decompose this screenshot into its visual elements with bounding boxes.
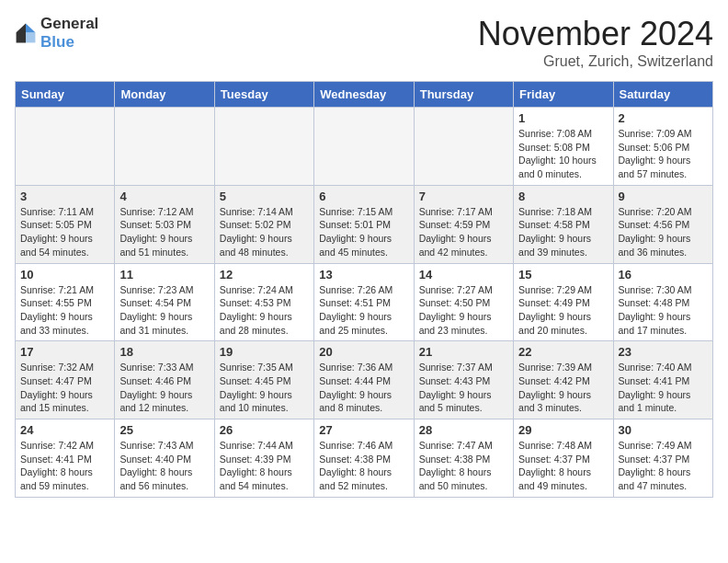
weekday-header-friday: Friday: [514, 82, 613, 108]
calendar-cell: 29Sunrise: 7:48 AM Sunset: 4:37 PM Dayli…: [514, 419, 613, 498]
day-number: 4: [119, 190, 209, 203]
title-area: November 2024 Gruet, Zurich, Switzerland: [478, 15, 713, 70]
svg-marker-1: [26, 32, 35, 42]
calendar-cell: 3Sunrise: 7:11 AM Sunset: 5:05 PM Daylig…: [16, 185, 115, 263]
calendar-cell: 16Sunrise: 7:30 AM Sunset: 4:48 PM Dayli…: [613, 263, 712, 341]
calendar-cell: [16, 108, 115, 186]
logo-general: General: [40, 15, 98, 32]
day-info: Sunrise: 7:08 AM Sunset: 5:08 PM Dayligh…: [518, 127, 608, 181]
day-info: Sunrise: 7:12 AM Sunset: 5:03 PM Dayligh…: [119, 205, 209, 259]
calendar-cell: 15Sunrise: 7:29 AM Sunset: 4:49 PM Dayli…: [514, 263, 613, 341]
day-number: 10: [20, 268, 109, 282]
calendar-cell: 10Sunrise: 7:21 AM Sunset: 4:55 PM Dayli…: [16, 263, 115, 341]
day-info: Sunrise: 7:36 AM Sunset: 4:44 PM Dayligh…: [319, 361, 408, 415]
day-number: 11: [119, 268, 209, 282]
day-info: Sunrise: 7:30 AM Sunset: 4:48 PM Dayligh…: [619, 283, 708, 338]
day-info: Sunrise: 7:20 AM Sunset: 4:56 PM Dayligh…: [619, 205, 708, 259]
calendar-cell: 2Sunrise: 7:09 AM Sunset: 5:06 PM Daylig…: [613, 108, 712, 186]
calendar-cell: 11Sunrise: 7:23 AM Sunset: 4:54 PM Dayli…: [115, 263, 214, 341]
calendar-cell: 12Sunrise: 7:24 AM Sunset: 4:53 PM Dayli…: [214, 263, 313, 341]
day-number: 16: [619, 268, 708, 282]
logo: General Blue: [15, 15, 98, 52]
weekday-header-monday: Monday: [115, 82, 214, 108]
calendar-cell: 25Sunrise: 7:43 AM Sunset: 4:40 PM Dayli…: [115, 419, 214, 498]
day-number: 5: [220, 190, 309, 203]
day-number: 18: [119, 345, 209, 359]
calendar-cell: 9Sunrise: 7:20 AM Sunset: 4:56 PM Daylig…: [613, 185, 712, 263]
calendar-cell: 21Sunrise: 7:37 AM Sunset: 4:43 PM Dayli…: [414, 341, 513, 419]
day-number: 25: [119, 423, 209, 437]
calendar-cell: 30Sunrise: 7:49 AM Sunset: 4:37 PM Dayli…: [613, 419, 712, 498]
day-info: Sunrise: 7:26 AM Sunset: 4:51 PM Dayligh…: [319, 283, 408, 338]
day-number: 8: [518, 190, 608, 203]
weekday-header-sunday: Sunday: [16, 82, 115, 108]
day-info: Sunrise: 7:40 AM Sunset: 4:41 PM Dayligh…: [619, 361, 708, 415]
day-info: Sunrise: 7:35 AM Sunset: 4:45 PM Dayligh…: [220, 361, 309, 415]
day-number: 29: [518, 423, 608, 437]
weekday-header-saturday: Saturday: [613, 82, 712, 108]
day-info: Sunrise: 7:44 AM Sunset: 4:39 PM Dayligh…: [220, 439, 309, 493]
day-info: Sunrise: 7:18 AM Sunset: 4:58 PM Dayligh…: [518, 205, 608, 259]
calendar-cell: 5Sunrise: 7:14 AM Sunset: 5:02 PM Daylig…: [214, 185, 313, 263]
day-info: Sunrise: 7:43 AM Sunset: 4:40 PM Dayligh…: [119, 439, 209, 493]
calendar-cell: 27Sunrise: 7:46 AM Sunset: 4:38 PM Dayli…: [314, 419, 414, 498]
day-number: 30: [619, 423, 708, 437]
day-number: 20: [319, 345, 408, 359]
calendar-cell: 17Sunrise: 7:32 AM Sunset: 4:47 PM Dayli…: [16, 341, 115, 419]
day-info: Sunrise: 7:15 AM Sunset: 5:01 PM Dayligh…: [319, 205, 408, 259]
calendar-week-row-2: 3Sunrise: 7:11 AM Sunset: 5:05 PM Daylig…: [16, 185, 713, 263]
day-number: 17: [20, 345, 109, 359]
logo-icon: [15, 22, 37, 44]
day-number: 21: [419, 345, 508, 359]
day-number: 27: [319, 423, 408, 437]
calendar-cell: 4Sunrise: 7:12 AM Sunset: 5:03 PM Daylig…: [115, 185, 214, 263]
calendar-cell: 14Sunrise: 7:27 AM Sunset: 4:50 PM Dayli…: [414, 263, 513, 341]
calendar-cell: [115, 108, 214, 186]
calendar-cell: 22Sunrise: 7:39 AM Sunset: 4:42 PM Dayli…: [514, 341, 613, 419]
calendar-cell: 18Sunrise: 7:33 AM Sunset: 4:46 PM Dayli…: [115, 341, 214, 419]
page-header: General Blue November 2024 Gruet, Zurich…: [15, 15, 713, 70]
day-number: 26: [220, 423, 309, 437]
weekday-header-thursday: Thursday: [414, 82, 513, 108]
day-info: Sunrise: 7:42 AM Sunset: 4:41 PM Dayligh…: [20, 439, 109, 493]
weekday-header-wednesday: Wednesday: [314, 82, 414, 108]
calendar-cell: 24Sunrise: 7:42 AM Sunset: 4:41 PM Dayli…: [16, 419, 115, 498]
day-number: 9: [619, 190, 708, 203]
svg-marker-2: [17, 24, 26, 43]
day-info: Sunrise: 7:23 AM Sunset: 4:54 PM Dayligh…: [119, 283, 209, 338]
logo-text: General Blue: [40, 15, 98, 52]
day-info: Sunrise: 7:32 AM Sunset: 4:47 PM Dayligh…: [20, 361, 109, 415]
calendar-cell: 13Sunrise: 7:26 AM Sunset: 4:51 PM Dayli…: [314, 263, 414, 341]
day-number: 1: [518, 111, 608, 125]
day-info: Sunrise: 7:37 AM Sunset: 4:43 PM Dayligh…: [419, 361, 508, 415]
weekday-header-row: SundayMondayTuesdayWednesdayThursdayFrid…: [16, 82, 713, 108]
day-info: Sunrise: 7:27 AM Sunset: 4:50 PM Dayligh…: [419, 283, 508, 338]
day-number: 2: [619, 111, 708, 125]
calendar-cell: 8Sunrise: 7:18 AM Sunset: 4:58 PM Daylig…: [514, 185, 613, 263]
day-number: 19: [220, 345, 309, 359]
day-number: 22: [518, 345, 608, 359]
calendar-cell: 28Sunrise: 7:47 AM Sunset: 4:38 PM Dayli…: [414, 419, 513, 498]
svg-marker-0: [26, 24, 35, 33]
month-title: November 2024: [478, 15, 713, 53]
logo-blue: Blue: [40, 33, 74, 51]
day-number: 23: [619, 345, 708, 359]
calendar-week-row-4: 17Sunrise: 7:32 AM Sunset: 4:47 PM Dayli…: [16, 341, 713, 419]
calendar-cell: [214, 108, 313, 186]
weekday-header-tuesday: Tuesday: [214, 82, 313, 108]
day-number: 14: [419, 268, 508, 282]
day-number: 7: [419, 190, 508, 203]
calendar-cell: 20Sunrise: 7:36 AM Sunset: 4:44 PM Dayli…: [314, 341, 414, 419]
calendar-table: SundayMondayTuesdayWednesdayThursdayFrid…: [15, 81, 713, 498]
day-number: 28: [419, 423, 508, 437]
calendar-cell: [414, 108, 513, 186]
calendar-cell: 26Sunrise: 7:44 AM Sunset: 4:39 PM Dayli…: [214, 419, 313, 498]
location-title: Gruet, Zurich, Switzerland: [478, 53, 713, 70]
day-info: Sunrise: 7:21 AM Sunset: 4:55 PM Dayligh…: [20, 283, 109, 338]
calendar-week-row-1: 1Sunrise: 7:08 AM Sunset: 5:08 PM Daylig…: [16, 108, 713, 186]
calendar-cell: 6Sunrise: 7:15 AM Sunset: 5:01 PM Daylig…: [314, 185, 414, 263]
calendar-cell: 1Sunrise: 7:08 AM Sunset: 5:08 PM Daylig…: [514, 108, 613, 186]
calendar-cell: [314, 108, 414, 186]
day-info: Sunrise: 7:24 AM Sunset: 4:53 PM Dayligh…: [220, 283, 309, 338]
day-info: Sunrise: 7:29 AM Sunset: 4:49 PM Dayligh…: [518, 283, 608, 338]
